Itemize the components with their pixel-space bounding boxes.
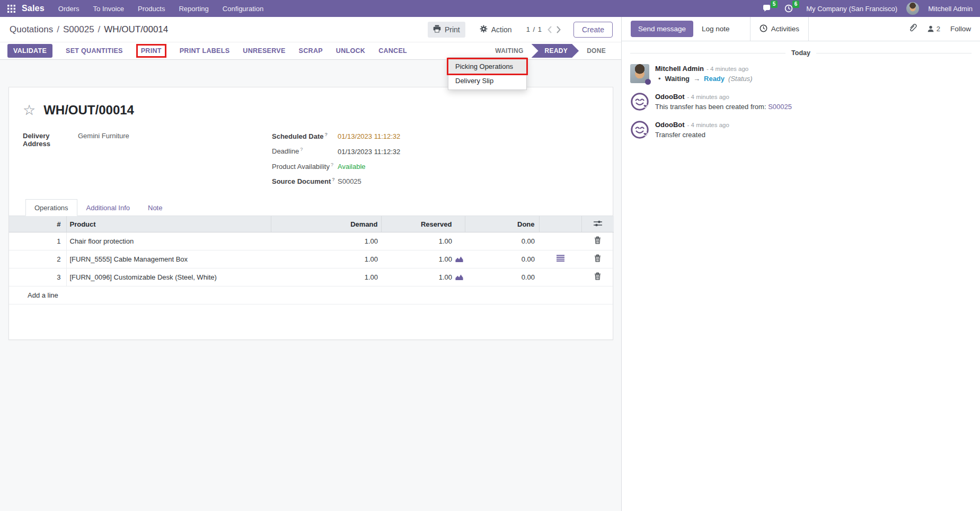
print-menu-item-delivery-slip[interactable]: Delivery Slip [448,74,526,88]
control-panel: Quotations/S00025/WH/OUT/00014 Print Act… [0,17,621,42]
chatter-toolbar: Send message Log note Activities 2 Follo… [622,17,980,41]
header-reserved[interactable]: Reserved [381,216,465,232]
table-row[interactable]: 1Chair floor protection1.001.000.00 [9,232,614,250]
company-switcher[interactable]: My Company (San Francisco) [806,5,897,13]
unreserve-button[interactable]: UNRESERVE [243,47,285,55]
action-menu-label: Action [491,25,512,34]
cell-done[interactable]: 0.00 [465,250,539,268]
field-value[interactable]: 01/13/2023 11:12:32 [338,132,400,140]
cell-reserved[interactable]: 1.00 [381,250,465,268]
print-menu-item-picking-operations[interactable]: Picking Operations [448,59,526,74]
author-avatar [630,64,649,83]
message-author[interactable]: OdooBot [655,121,685,129]
cell-reserved[interactable]: 1.00 [381,232,465,250]
tab-additional-info[interactable]: Additional Info [77,199,139,216]
scrap-button[interactable]: SCRAP [299,47,323,55]
print-button[interactable]: PRINT [136,44,166,58]
field-value[interactable]: Gemini Furniture [78,132,129,140]
navbar-menu-configuration[interactable]: Configuration [223,5,263,13]
messages-badge: 5 [771,1,778,8]
message-author[interactable]: OdooBot [655,93,685,101]
user-menu[interactable]: Mitchell Admin [928,5,973,13]
set-quantities-button[interactable]: SET QUANTITIES [66,47,123,55]
cell-done[interactable]: 0.00 [465,232,539,250]
cell-demand[interactable]: 1.00 [271,232,381,250]
activities-button[interactable]: Activities [750,17,809,41]
add-a-line-link[interactable]: Add a line [9,286,614,304]
optional-columns-icon[interactable] [581,216,614,232]
field-value[interactable]: S00025 [338,177,361,185]
tab-note[interactable]: Note [139,199,171,216]
app-name[interactable]: Sales [22,4,45,13]
date-divider-label: Today [791,49,810,57]
print-dropdown-menu: Picking OperationsDelivery Slip [448,57,527,90]
fields-right-column: Scheduled Date?01/13/2023 11:12:32Deadli… [272,132,599,192]
table-header-row: #ProductDemandReservedDone [9,216,614,232]
breadcrumb: Quotations/S00025/WH/OUT/00014 [10,24,168,35]
favorite-star-icon[interactable]: ☆ [23,103,36,118]
action-menu-button[interactable]: Action [474,22,517,38]
fields-left-column: Delivery AddressGemini Furniture [23,132,272,192]
navbar-menus: OrdersTo InvoiceProductsReportingConfigu… [58,5,263,13]
delete-row-icon[interactable] [594,236,601,244]
detailed-operations-icon[interactable] [557,255,564,262]
cell-product[interactable]: Chair floor protection [66,232,271,250]
pager-previous-icon[interactable] [547,26,552,33]
send-message-button[interactable]: Send message [631,21,693,37]
field-label: Source Document? [272,177,338,185]
activities-clock-icon[interactable]: 6 [784,4,797,13]
field-value[interactable]: 01/13/2023 11:12:32 [338,148,400,156]
cell-product[interactable]: [FURN_0096] Customizable Desk (Steel, Wh… [66,268,271,286]
print-menu-label: Print [445,25,460,34]
message-author[interactable]: Mitchell Admin [655,65,704,73]
header-done[interactable]: Done [465,216,539,232]
navbar-menu-reporting[interactable]: Reporting [179,5,208,13]
field-label: Product Availability? [272,162,338,171]
navbar-menu-products[interactable]: Products [138,5,165,13]
header-product[interactable]: Product [66,216,271,232]
log-note-button[interactable]: Log note [702,25,730,33]
field-label: Deadline? [272,147,338,155]
delete-row-icon[interactable] [594,254,601,262]
form-sheet: ☆ WH/OUT/00014 Delivery AddressGemini Fu… [8,87,613,340]
cell-reserved[interactable]: 1.00 [381,268,465,286]
navbar-menu-orders[interactable]: Orders [58,5,80,13]
followers-button[interactable]: 2 [927,25,940,33]
status-step-ready[interactable]: READY [532,44,579,58]
unlock-button[interactable]: UNLOCK [336,47,365,55]
forecast-chart-icon[interactable] [455,273,463,281]
breadcrumb-link[interactable]: Quotations [10,24,53,35]
validate-button[interactable]: VALIDATE [7,44,52,58]
attachment-paperclip-icon[interactable] [908,23,917,34]
forecast-chart-icon[interactable] [455,255,463,263]
field-value[interactable]: Available [338,163,366,171]
print-labels-button[interactable]: PRINT LABELS [180,47,230,55]
pager-next-icon[interactable] [557,26,561,33]
chatter-message: Mitchell Admin- 4 minutes ago•Waiting→Re… [622,59,980,87]
message-record-link[interactable]: S00025 [768,103,792,111]
follow-button[interactable]: Follow [950,25,971,33]
table-row[interactable]: 3[FURN_0096] Customizable Desk (Steel, W… [9,268,614,286]
table-row[interactable]: 2[FURN_5555] Cable Management Box1.001.0… [9,250,614,268]
message-timestamp: - 4 minutes ago [687,122,729,128]
user-avatar[interactable] [906,2,919,15]
printer-icon [433,25,441,34]
cell-product[interactable]: [FURN_5555] Cable Management Box [66,250,271,268]
breadcrumb-link[interactable]: S00025 [63,24,94,35]
tab-operations[interactable]: Operations [25,199,77,216]
status-step-waiting[interactable]: WAITING [488,47,530,55]
delete-row-icon[interactable] [594,272,601,280]
header-demand[interactable]: Demand [271,216,381,232]
cell-done[interactable]: 0.00 [465,268,539,286]
field-help-icon: ? [325,132,328,137]
apps-grid-icon[interactable] [7,5,15,13]
messages-icon[interactable]: 5 [762,4,775,13]
reserved-value: 1.00 [439,237,452,245]
print-menu-button[interactable]: Print [428,22,465,38]
status-step-done[interactable]: DONE [580,47,613,55]
cancel-button[interactable]: CANCEL [378,47,407,55]
navbar-menu-to-invoice[interactable]: To Invoice [93,5,125,13]
cell-demand[interactable]: 1.00 [271,250,381,268]
create-button[interactable]: Create [573,22,613,38]
cell-demand[interactable]: 1.00 [271,268,381,286]
